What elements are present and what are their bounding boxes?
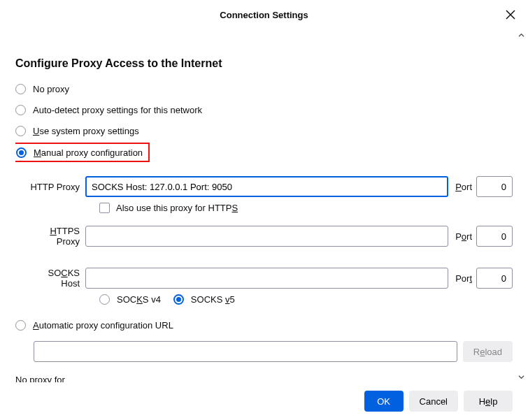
scroll-area: Configure Proxy Access to the Internet N…: [15, 29, 513, 382]
http-proxy-row: HTTP Proxy Port: [29, 176, 513, 197]
dialog-title: Connection Settings: [220, 10, 308, 20]
radio-auto-detect[interactable]: [15, 105, 26, 115]
connection-settings-dialog: Connection Settings Configure Proxy Acce…: [0, 0, 528, 420]
radio-socks-v4-row[interactable]: SOCKS v4: [99, 294, 161, 305]
scrollbar[interactable]: [515, 29, 527, 382]
section-heading: Configure Proxy Access to the Internet: [15, 57, 513, 70]
socks-port-input[interactable]: [476, 268, 513, 289]
no-proxy-for-section: No proxy for: [15, 375, 513, 382]
titlebar: Connection Settings: [0, 0, 528, 29]
help-button[interactable]: Help: [464, 391, 513, 412]
auto-url-input[interactable]: [34, 341, 457, 362]
radio-no-proxy[interactable]: [15, 84, 26, 94]
socks-host-label: SOCKS Host: [29, 268, 85, 289]
scroll-down-button[interactable]: [515, 371, 527, 382]
cancel-button[interactable]: Cancel: [409, 391, 458, 412]
radio-use-system[interactable]: [15, 126, 26, 136]
radio-auto-url[interactable]: [15, 320, 26, 331]
also-https-checkbox[interactable]: [99, 203, 110, 213]
radio-manual-label: Manual proxy configuration: [34, 147, 143, 158]
also-https-row[interactable]: Also use this proxy for HTTPS: [99, 203, 513, 213]
scroll-track[interactable]: [515, 41, 527, 371]
http-proxy-label: HTTP Proxy: [29, 182, 85, 192]
http-port-label: Port: [455, 182, 472, 192]
radio-auto-detect-row[interactable]: Auto-detect proxy settings for this netw…: [15, 99, 513, 120]
radio-auto-url-label: Automatic proxy configuration URL: [33, 320, 173, 331]
https-port-label: Port: [455, 231, 472, 242]
chevron-up-icon: [518, 32, 525, 38]
dialog-body: Configure Proxy Access to the Internet N…: [0, 29, 528, 382]
https-port-input[interactable]: [476, 226, 513, 247]
http-port-input[interactable]: [476, 176, 513, 197]
close-button[interactable]: [503, 7, 518, 22]
radio-manual[interactable]: [16, 147, 27, 158]
radio-manual-row[interactable]: Manual proxy configuration: [16, 147, 143, 158]
close-icon: [506, 10, 515, 20]
radio-socks-v5[interactable]: [173, 294, 184, 305]
scroll-up-button[interactable]: [515, 29, 527, 41]
radio-auto-detect-label: Auto-detect proxy settings for this netw…: [33, 105, 202, 115]
radio-no-proxy-row[interactable]: No proxy: [15, 78, 513, 99]
radio-use-system-label: Use system proxy settings: [33, 126, 139, 136]
manual-proxy-highlight: Manual proxy configuration: [15, 143, 150, 162]
radio-socks-v4[interactable]: [99, 294, 110, 305]
ok-button[interactable]: OK: [364, 391, 404, 412]
radio-auto-url-row[interactable]: Automatic proxy configuration URL: [15, 314, 513, 335]
socks-host-row: SOCKS Host Port: [29, 268, 513, 289]
radio-use-system-row[interactable]: Use system proxy settings: [15, 120, 513, 141]
manual-proxy-form: HTTP Proxy Port Also use this proxy for …: [29, 176, 513, 305]
radio-socks-v5-row[interactable]: SOCKS v5: [173, 294, 235, 305]
chevron-down-icon: [518, 374, 525, 380]
socks-port-label: Port: [455, 273, 472, 284]
https-proxy-label: HTTPS Proxy: [29, 226, 85, 247]
dialog-footer: OK Cancel Help: [0, 382, 528, 420]
socks-version-row: SOCKS v4 SOCKS v5: [99, 294, 513, 305]
https-proxy-input[interactable]: [85, 226, 448, 247]
https-proxy-row: HTTPS Proxy Port: [29, 226, 513, 247]
radio-socks-v4-label: SOCKS v4: [117, 294, 161, 305]
no-proxy-for-label: No proxy for: [15, 375, 513, 382]
socks-host-input[interactable]: [85, 268, 448, 289]
reload-button[interactable]: Reload: [463, 341, 513, 362]
auto-url-input-row: Reload: [34, 341, 513, 362]
radio-no-proxy-label: No proxy: [33, 84, 69, 94]
also-https-label: Also use this proxy for HTTPS: [116, 203, 238, 213]
radio-socks-v5-label: SOCKS v5: [191, 294, 235, 305]
http-proxy-input[interactable]: [85, 176, 448, 197]
